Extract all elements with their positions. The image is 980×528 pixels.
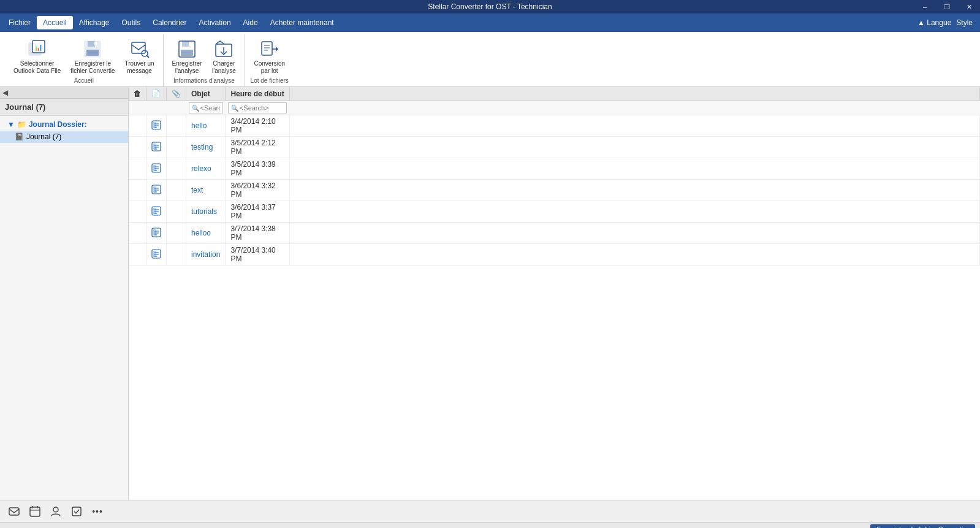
select-outlook-label: SélectionnerOutlook Data File	[13, 60, 61, 75]
table-header-row: 🗑 📄 📎 Objet Heure de début	[129, 87, 980, 101]
menu-affichage[interactable]: Affichage	[73, 16, 116, 29]
ribbon-buttons-analyse: Enregistrerl'analyse Chargerl'analyse	[169, 37, 240, 77]
row-extra-cell	[289, 201, 979, 223]
data-table: 🗑 📄 📎 Objet Heure de début	[129, 87, 980, 500]
search-starttime-input[interactable]	[240, 104, 284, 112]
save-converted-button[interactable]: Enregistrer lefichier Convertie	[67, 37, 118, 77]
col-attach: 📎	[167, 87, 186, 101]
table-row[interactable]: tutorials 3/6/2014 3:37 PM	[129, 201, 980, 223]
restore-button[interactable]: ❐	[936, 0, 958, 13]
close-button[interactable]: ✕	[958, 0, 980, 13]
main-area: ◀ Journal (7) ▼ 📁 Journal Dossier: 📓 Jou…	[0, 87, 980, 500]
minimize-button[interactable]: –	[914, 0, 936, 13]
table-row[interactable]: invitation 3/7/2014 3:40 PM	[129, 244, 980, 266]
row-starttime-cell: 3/7/2014 3:38 PM	[226, 223, 289, 244]
tasks-nav-button[interactable]	[67, 503, 86, 520]
col-starttime[interactable]: Heure de début	[226, 87, 289, 101]
row-subject-cell: tutorials	[186, 201, 226, 223]
tree-item-journal-folder[interactable]: ▼ 📁 Journal Dossier:	[0, 118, 128, 131]
delete-icon: 🗑	[134, 90, 141, 98]
row-starttime-cell: 3/5/2014 2:12 PM	[226, 137, 289, 158]
window-controls: – ❐ ✕	[914, 0, 980, 13]
bottom-nav: •••	[0, 500, 980, 522]
ribbon-group-analyse: Enregistrerl'analyse Chargerl'analyse In…	[164, 34, 246, 86]
svg-rect-16	[262, 42, 272, 55]
row-icon-cell	[146, 137, 167, 158]
tree-item-journal[interactable]: 📓 Journal (7)	[0, 131, 128, 143]
search-col-subject[interactable]: 🔍	[186, 101, 226, 115]
sidebar-toggle[interactable]: ◀	[0, 87, 10, 98]
folder-label: Journal Dossier:	[29, 120, 87, 129]
svg-rect-5	[86, 50, 99, 56]
save-converted-icon	[83, 39, 102, 59]
svg-marker-20	[276, 47, 278, 52]
row-starttime-cell: 3/7/2014 3:40 PM	[226, 244, 289, 266]
row-icon-cell	[146, 223, 167, 244]
table-body: hello 3/4/2014 2:10 PM testing 3/5/20	[129, 115, 980, 266]
table-row[interactable]: testing 3/5/2014 2:12 PM	[129, 137, 980, 158]
app-title: Stellar Converter for OST - Technician	[428, 2, 552, 11]
search-col-doc	[146, 101, 167, 115]
row-attach-cell	[167, 244, 186, 266]
table-search-row: 🔍 🔍	[129, 101, 980, 115]
table-row[interactable]: text 3/6/2014 3:32 PM	[129, 180, 980, 201]
batch-convert-button[interactable]: Conversionpar lot	[250, 37, 289, 77]
sidebar: ◀ Journal (7) ▼ 📁 Journal Dossier: 📓 Jou…	[0, 87, 129, 500]
row-journal-icon	[151, 206, 161, 216]
row-extra-cell	[289, 223, 979, 244]
ribbon-group-accueil: 📊 SélectionnerOutlook Data File Enregist…	[5, 34, 164, 86]
title-bar: Stellar Converter for OST - Technician –…	[0, 0, 980, 13]
row-attach-cell	[167, 180, 186, 201]
attach-icon: 📎	[172, 90, 181, 98]
find-message-button[interactable]: Trouver unmessage	[121, 37, 158, 77]
svg-rect-56	[9, 508, 19, 515]
row-delete-cell	[129, 137, 146, 158]
table-row[interactable]: hello 3/4/2014 2:10 PM	[129, 115, 980, 137]
row-subject-cell: relexo	[186, 158, 226, 180]
contacts-nav-button[interactable]	[47, 503, 65, 520]
row-extra-cell	[289, 137, 979, 158]
table-row[interactable]: relexo 3/5/2014 3:39 PM	[129, 158, 980, 180]
search-subject-input[interactable]	[200, 104, 220, 112]
svg-text:📊: 📊	[34, 43, 43, 52]
langue-button[interactable]: ▲ Langue	[917, 18, 951, 27]
row-icon-cell	[146, 180, 167, 201]
menu-aide[interactable]: Aide	[237, 16, 264, 29]
row-delete-cell	[129, 244, 146, 266]
menu-fichier[interactable]: Fichier	[2, 16, 37, 29]
search-col-starttime[interactable]: 🔍	[226, 101, 289, 115]
row-icon-cell	[146, 115, 167, 137]
calendar-nav-button[interactable]	[26, 503, 44, 520]
svg-rect-4	[88, 41, 95, 47]
search-col-delete	[129, 101, 146, 115]
row-attach-cell	[167, 137, 186, 158]
row-journal-icon	[151, 249, 161, 259]
save-converted-label: Enregistrer lefichier Convertie	[70, 60, 115, 75]
col-subject[interactable]: Objet	[186, 87, 226, 101]
menu-acheter[interactable]: Acheter maintenant	[264, 16, 340, 29]
mail-nav-button[interactable]	[5, 503, 23, 520]
select-outlook-button[interactable]: 📊 SélectionnerOutlook Data File	[10, 37, 64, 77]
col-extra	[289, 87, 979, 101]
ribbon-group-lot-label: Lot de fichiers	[251, 77, 289, 86]
select-outlook-icon: 📊	[28, 39, 47, 59]
search-starttime-icon: 🔍	[231, 105, 238, 112]
svg-rect-12	[181, 50, 193, 56]
table-row[interactable]: helloo 3/7/2014 3:38 PM	[129, 223, 980, 244]
folder-arrow-icon: ▼	[7, 120, 15, 129]
save-analyse-button[interactable]: Enregistrerl'analyse	[169, 37, 206, 77]
menu-accueil[interactable]: Accueil	[37, 16, 73, 29]
menu-activation[interactable]: Activation	[193, 16, 237, 29]
more-nav-button[interactable]: •••	[88, 503, 107, 520]
load-analyse-button[interactable]: Chargerl'analyse	[208, 37, 240, 77]
menu-calendrier[interactable]: Calendrier	[146, 16, 192, 29]
save-file-button[interactable]: Enregistrer le fichier Converti...	[870, 524, 975, 529]
col-starttime-label: Heure de début	[230, 90, 284, 98]
find-message-icon	[130, 39, 150, 59]
content-area: 🗑 📄 📎 Objet Heure de début	[129, 87, 980, 500]
row-delete-cell	[129, 223, 146, 244]
ribbon: 📊 SélectionnerOutlook Data File Enregist…	[0, 32, 980, 87]
batch-convert-icon	[260, 39, 279, 59]
menu-outils[interactable]: Outils	[116, 16, 147, 29]
style-button[interactable]: Style	[956, 18, 973, 27]
